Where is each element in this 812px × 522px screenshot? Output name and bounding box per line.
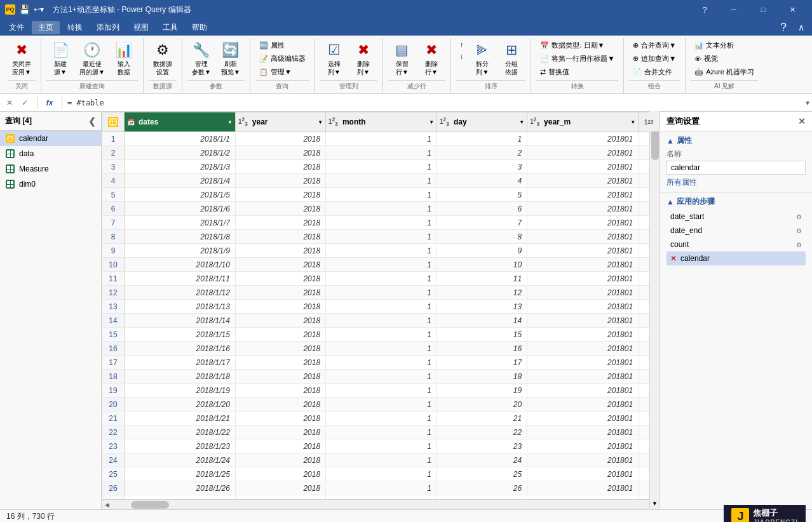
data-table-wrapper[interactable]: 📅 dates ▼ 123 year ▼ [102, 112, 660, 499]
delete-cols-btn[interactable]: ✖ 删除列▼ [349, 39, 377, 79]
replace-values-icon: ⇄ [540, 68, 546, 76]
merge-file-btn[interactable]: 📄 合并文件 [629, 66, 680, 78]
properties-btn[interactable]: 🔤 属性 [255, 39, 309, 51]
menu-transform[interactable]: 转换 [61, 21, 89, 34]
append-queries-btn[interactable]: ⊕ 追加查询▼ [629, 53, 680, 65]
recent-source-btn[interactable]: 🕐 最近使用的源▼ [76, 39, 109, 79]
minimize-btn[interactable]: ─ [719, 0, 748, 19]
col-header-year[interactable]: 123 year ▼ [235, 112, 325, 132]
col-header-dates[interactable]: 📅 dates ▼ [125, 112, 236, 132]
scrollbar-thumb[interactable] [131, 501, 169, 509]
sidebar-item-data[interactable]: data [0, 146, 101, 161]
split-col-btn[interactable]: ⫸ 拆分列▼ [468, 39, 496, 79]
vision-btn[interactable]: 👁 视觉 [691, 53, 758, 65]
collapse-ribbon-btn[interactable]: ∧ [793, 22, 809, 32]
keep-rows-btn[interactable]: ▤ 保留行▼ [388, 39, 416, 79]
menu-add-column[interactable]: 添加列 [90, 21, 126, 34]
step-date-end-settings[interactable]: ⚙ [796, 227, 802, 234]
maximize-btn[interactable]: □ [748, 0, 778, 19]
sort-desc-btn[interactable]: ↓ [456, 51, 468, 61]
datasource-settings-btn[interactable]: ⚙ 数据源设置 [149, 39, 177, 79]
quick-undo[interactable]: ↩▾ [34, 5, 44, 14]
year-m-cell: 201801 [527, 412, 639, 425]
close-btn[interactable]: ✕ [778, 0, 807, 19]
quick-save[interactable]: 💾 [19, 4, 30, 15]
manage-params-btn[interactable]: 🔧 管理参数▼ [187, 39, 215, 79]
year-m-cell: 201801 [527, 342, 639, 356]
first-row-header-btn[interactable]: 📄 将第一行用作标题▼ [536, 53, 618, 65]
col-day-dropdown[interactable]: ▼ [519, 119, 524, 125]
watermark: J 焦棚子 JIAOPENGZI [724, 505, 806, 522]
step-count[interactable]: count ⚙ [667, 238, 806, 251]
choose-cols-btn[interactable]: ☑ 选择列▼ [320, 39, 348, 79]
replace-values-btn[interactable]: ⇄ 替换值 [536, 66, 618, 78]
month-cell: 1 [326, 258, 437, 272]
delete-rows-btn[interactable]: ✖ 删除行▼ [417, 39, 445, 79]
scroll-down-btn[interactable]: ▼ [651, 499, 659, 508]
merge-queries-btn[interactable]: ⊕ 合并查询▼ [629, 39, 680, 51]
all-properties-link[interactable]: 所有属性 [667, 178, 697, 187]
day-cell: 14 [437, 314, 527, 328]
manage-icon: 📋 [259, 68, 268, 76]
merge-queries-label: 合并查询▼ [641, 41, 676, 50]
refresh-btn[interactable]: 🔄 刷新预览▼ [217, 39, 245, 79]
close-apply-btn[interactable]: ✖ 关闭并应用▼ [8, 39, 36, 79]
sort-asc-btn[interactable]: ↑ [456, 39, 468, 50]
formula-fx-btn[interactable]: fx [43, 96, 57, 110]
formula-cancel-btn[interactable]: ✕ [3, 96, 17, 110]
year-cell: 2018 [235, 216, 325, 230]
search-btn[interactable]: ? [775, 21, 792, 34]
sidebar-item-measure[interactable]: Measure [0, 161, 101, 177]
text-analysis-btn[interactable]: 📊 文本分析 [691, 39, 758, 51]
dates-cell: 2018/1/15 [125, 328, 236, 342]
formula-confirm-btn[interactable]: ✓ [18, 96, 32, 110]
menu-help[interactable]: 帮助 [186, 21, 213, 34]
manage-btn[interactable]: 📋 管理▼ [255, 66, 309, 78]
horizontal-scrollbar[interactable]: ◀ ▶ [102, 499, 660, 509]
vertical-scrollbar[interactable]: ▲ ▼ [649, 110, 660, 508]
sidebar-item-dim0[interactable]: dim0 [0, 177, 101, 192]
new-source-btn[interactable]: 📄 新建源▼ [46, 39, 74, 79]
col-dates-dropdown[interactable]: ▼ [227, 119, 233, 125]
azure-ml-btn[interactable]: 🤖 Azure 机器学习 [691, 66, 758, 78]
dates-cell: 2018/1/27 [125, 495, 236, 500]
choose-cols-icon: ☑ [328, 42, 341, 58]
datatype-btn[interactable]: 📅 数据类型: 日期▼ [536, 39, 618, 51]
sidebar-item-calendar[interactable]: calendar [0, 131, 101, 146]
formula-input[interactable] [67, 98, 803, 107]
group-by-btn[interactable]: ⊞ 分组依据 [497, 39, 525, 79]
step-date-end[interactable]: date_end ⚙ [667, 224, 806, 238]
table-row: 3 2018/1/3 2018 1 3 201801 [102, 160, 660, 174]
month-cell: 1 [326, 356, 437, 370]
step-date-start-settings[interactable]: ⚙ [796, 213, 802, 220]
right-panel-close-btn[interactable]: ✕ [798, 116, 806, 126]
menu-file[interactable]: 文件 [3, 21, 30, 34]
menu-view[interactable]: 视图 [127, 21, 155, 34]
input-data-btn[interactable]: 📊 输入数据 [110, 39, 138, 79]
step-calendar[interactable]: ✕ calendar [667, 251, 806, 265]
col-header-month[interactable]: 123 month ▼ [326, 112, 437, 132]
row-num-cell: 8 [102, 230, 125, 244]
year-cell: 2018 [235, 272, 325, 286]
table-row: 17 2018/1/17 2018 1 17 201801 [102, 356, 660, 370]
sidebar-collapse-btn[interactable]: ❮ [88, 116, 96, 126]
col-header-day[interactable]: 123 day ▼ [437, 112, 527, 132]
step-count-settings[interactable]: ⚙ [796, 241, 802, 248]
step-date-start[interactable]: date_start ⚙ [667, 210, 806, 224]
year-m-cell: 201801 [527, 202, 639, 216]
col-month-dropdown[interactable]: ▼ [429, 119, 434, 125]
table-row: 8 2018/1/8 2018 1 8 201801 [102, 230, 660, 244]
col-header-year-m[interactable]: 123 year_m ▼ [527, 112, 639, 132]
table-row: 26 2018/1/26 2018 1 26 201801 [102, 481, 660, 495]
scroll-left-btn[interactable]: ◀ [102, 500, 112, 510]
col-year-dropdown[interactable]: ▼ [318, 119, 323, 125]
recent-source-icon: 🕐 [83, 42, 100, 58]
formula-expand-btn[interactable]: ▾ [806, 98, 809, 107]
advanced-editor-btn[interactable]: 📝 高级编辑器 [255, 53, 309, 65]
year-m-cell: 201801 [527, 425, 639, 439]
name-input[interactable] [667, 161, 806, 175]
help-btn[interactable]: ? [690, 0, 719, 19]
menu-tools[interactable]: 工具 [156, 21, 184, 34]
col-year-m-dropdown[interactable]: ▼ [630, 119, 635, 125]
menu-home[interactable]: 主页 [32, 21, 60, 34]
